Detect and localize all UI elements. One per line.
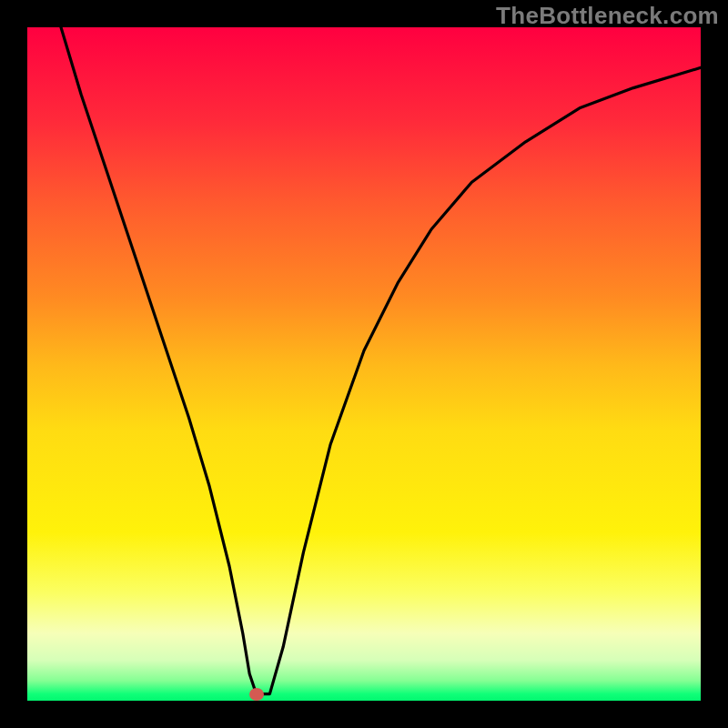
optimal-point-marker (249, 688, 264, 701)
curve-layer (27, 27, 701, 701)
watermark-text: TheBottleneck.com (496, 2, 719, 30)
plot-area (27, 27, 701, 701)
bottleneck-curve (61, 27, 701, 694)
chart-frame: TheBottleneck.com (0, 0, 728, 728)
